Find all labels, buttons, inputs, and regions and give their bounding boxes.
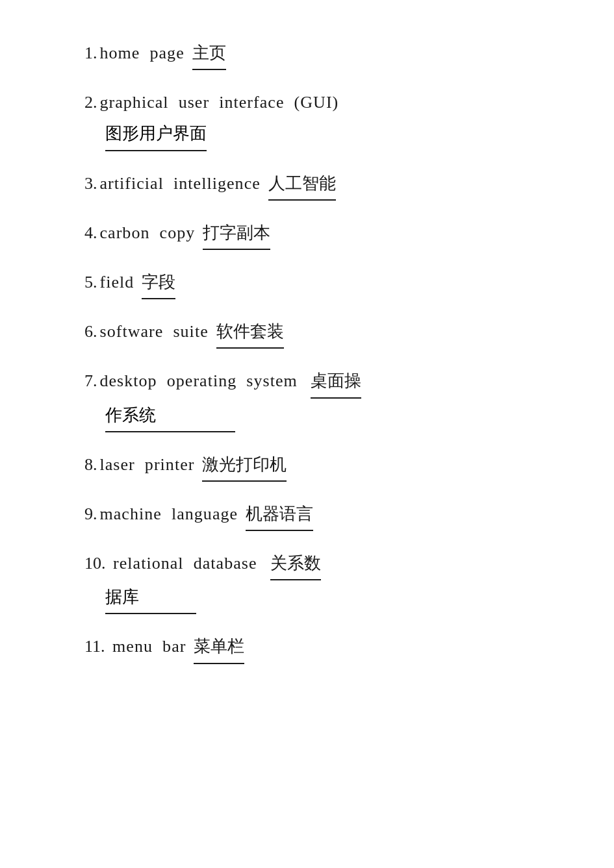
list-item: 4. carbon copy 打字副本	[84, 219, 530, 250]
list-item: 2. graphical user interface (GUI) 图形用户界面	[84, 88, 530, 151]
item-number: 7.	[84, 367, 97, 395]
chinese-translation: 字段	[142, 268, 175, 299]
list-item: 3. artificial intelligence 人工智能	[84, 169, 530, 201]
list-item: 9. machine language 机器语言	[84, 500, 530, 531]
item-number: 11.	[84, 632, 105, 661]
list-item: 7. desktop operating system 桌面操 作系统	[84, 367, 530, 432]
list-item: 5. field 字段	[84, 268, 530, 299]
list-item: 6. software suite 软件套装	[84, 317, 530, 349]
chinese-translation: 作系统	[105, 401, 235, 432]
list-item: 1. home page 主页	[84, 39, 530, 70]
chinese-translation: 软件套装	[216, 317, 284, 349]
item-number: 9.	[84, 500, 97, 528]
english-term: relational database	[109, 549, 257, 578]
english-term: desktop operating system	[100, 367, 298, 395]
chinese-translation-partial: 关系数	[270, 549, 321, 580]
item-number: 2.	[84, 88, 97, 117]
chinese-translation: 人工智能	[268, 169, 336, 201]
item-number: 3.	[84, 169, 97, 198]
chinese-translation: 打字副本	[203, 219, 270, 250]
chinese-translation: 据库	[105, 583, 196, 614]
english-term: software suite	[100, 317, 209, 346]
list-item: 10. relational database 关系数 据库	[84, 549, 530, 614]
chinese-translation: 菜单栏	[194, 632, 244, 663]
english-term: field	[100, 268, 134, 297]
item-number: 6.	[84, 317, 97, 346]
item-number: 5.	[84, 268, 97, 297]
english-term: graphical user interface (GUI)	[100, 88, 339, 117]
item-number: 8.	[84, 451, 97, 479]
english-term: menu bar	[108, 632, 186, 661]
list-item: 8. laser printer 激光打印机	[84, 451, 530, 482]
chinese-translation: 主页	[192, 39, 226, 70]
english-term: laser printer	[100, 451, 195, 479]
item-number: 1.	[84, 39, 97, 68]
chinese-translation: 图形用户界面	[105, 119, 207, 151]
page: 1. home page 主页 2. graphical user interf…	[0, 0, 614, 868]
english-term: machine language	[100, 500, 238, 528]
english-term: home page	[100, 39, 185, 68]
vocabulary-list: 1. home page 主页 2. graphical user interf…	[84, 39, 530, 664]
chinese-translation: 激光打印机	[202, 451, 287, 482]
item-number: 10.	[84, 549, 106, 578]
chinese-translation: 机器语言	[246, 500, 313, 531]
list-item: 11. menu bar 菜单栏	[84, 632, 530, 663]
chinese-translation-partial: 桌面操	[311, 367, 361, 398]
item-number: 4.	[84, 219, 97, 247]
english-term: artificial intelligence	[100, 169, 261, 198]
english-term: carbon copy	[100, 219, 196, 247]
